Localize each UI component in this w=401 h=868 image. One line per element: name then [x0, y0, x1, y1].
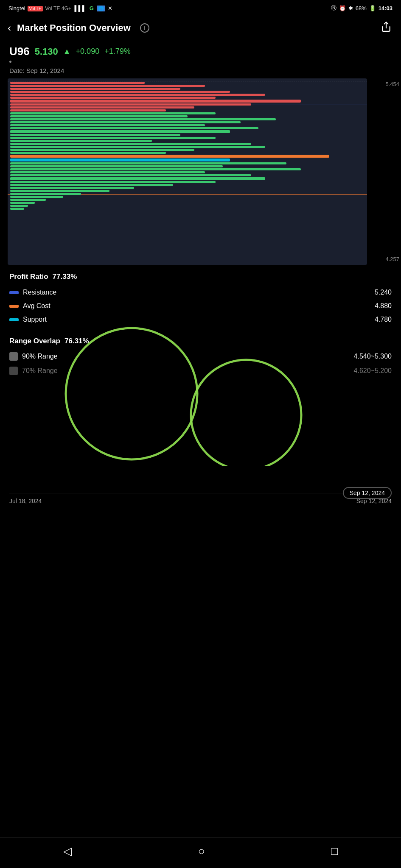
battery-icon: 🔋	[369, 5, 376, 11]
range-overlap-value: 76.31%	[64, 337, 89, 345]
profit-label: Profit Ratio	[9, 273, 48, 281]
ticker-arrow: ▲	[63, 47, 71, 56]
range-name-90: 90% Range	[22, 353, 58, 360]
ticker-price: 5.130	[35, 46, 58, 57]
range-overlap-title-row: Range Overlap 76.31%	[9, 337, 392, 345]
legend-value-avgcost: 4.880	[375, 302, 392, 310]
legend-row-resistance: Resistance 5.240	[9, 289, 392, 296]
date-start: Jul 18, 2024	[9, 498, 42, 504]
svg-point-2	[191, 360, 301, 466]
nfc-icon: Ⓝ	[331, 4, 337, 12]
range-square-90	[9, 352, 18, 361]
back-button[interactable]: ‹	[8, 22, 11, 34]
battery-level: 68%	[356, 5, 367, 11]
profit-value: 77.33%	[53, 273, 77, 281]
legend-dot-blue	[9, 291, 19, 294]
range-val-70: 4.620~5.200	[354, 367, 392, 375]
legend-name-avgcost: Avg Cost	[23, 302, 50, 310]
nav-home-button[interactable]: ○	[198, 845, 205, 858]
status-right: Ⓝ ⏰ ✱ 68% 🔋 14:03	[331, 4, 393, 12]
chart-y-top: 5.454	[385, 81, 399, 87]
page-title: Market Position Overview	[17, 22, 131, 33]
ticker-change-pct: +1.79%	[104, 47, 131, 56]
stats-section: Profit Ratio 77.33% Resistance 5.240 Avg…	[0, 265, 401, 323]
ticker-change: +0.090	[76, 47, 100, 56]
status-bar: Singtel VoLTE VoLTE 4G+ ▌▌▌ G 🌐 ✕ Ⓝ ⏰ ✱ …	[0, 0, 401, 15]
legend-dot-orange	[9, 305, 19, 308]
chart-y-bottom: 4.257	[385, 256, 399, 262]
chart-container: 5.240 4.880 4.780 5.454 4.257	[0, 78, 401, 265]
legend-row-support: Support 4.780	[9, 316, 392, 323]
profit-ratio-row: Profit Ratio 77.33%	[9, 273, 392, 281]
legend-dot-cyan	[9, 318, 19, 321]
bluetooth-icon: ✱	[348, 5, 353, 11]
time: 14:03	[379, 5, 393, 11]
carrier-info: Singtel VoLTE VoLTE 4G+ ▌▌▌ G 🌐 ✕	[8, 5, 112, 11]
date-range-bar: Sep 12, 2024	[9, 493, 392, 493]
range-row-70: 70% Range 4.620~5.200	[9, 367, 392, 375]
alarm-icon: ⏰	[339, 5, 346, 11]
legend-row-avgcost: Avg Cost 4.880	[9, 302, 392, 310]
chart-inner: 5.240 4.880 4.780	[8, 78, 367, 265]
date-range-labels: Jul 18, 2024 Sep 12, 2024	[9, 498, 392, 504]
range-row-90: 90% Range 4.540~5.300	[9, 352, 392, 361]
legend-value-resistance: 5.240	[375, 289, 392, 296]
bars-wrapper	[8, 78, 367, 265]
ticker-symbol: U96	[9, 45, 30, 58]
info-icon[interactable]: i	[140, 23, 149, 33]
date-label: Date: Sep 12, 2024	[0, 64, 401, 77]
ticker-section: U96 5.130 ▲ +0.090 +1.79%	[0, 41, 401, 64]
range-square-70	[9, 367, 18, 375]
range-name-70: 70% Range	[22, 367, 58, 375]
legend-name-support: Support	[23, 316, 47, 323]
nav-bar: ◁ ○ □	[0, 837, 401, 868]
date-pill: Sep 12, 2024	[343, 487, 392, 499]
venn-overlay	[9, 381, 392, 474]
range-val-90: 4.540~5.300	[354, 353, 392, 360]
range-overlap-label: Range Overlap	[9, 337, 60, 345]
nav-back-button[interactable]: ◁	[63, 845, 72, 858]
share-button[interactable]	[381, 21, 392, 35]
legend-name-resistance: Resistance	[23, 289, 56, 296]
legend-value-support: 4.780	[375, 316, 392, 323]
header: ‹ Market Position Overview i	[0, 15, 401, 41]
nav-recents-button[interactable]: □	[331, 845, 338, 858]
range-overlap-section: Range Overlap 76.31% 90% Range 4.540~5.3…	[0, 329, 401, 375]
venn-svg	[0, 305, 401, 466]
date-range-section: Sep 12, 2024 Jul 18, 2024 Sep 12, 2024	[0, 487, 401, 510]
